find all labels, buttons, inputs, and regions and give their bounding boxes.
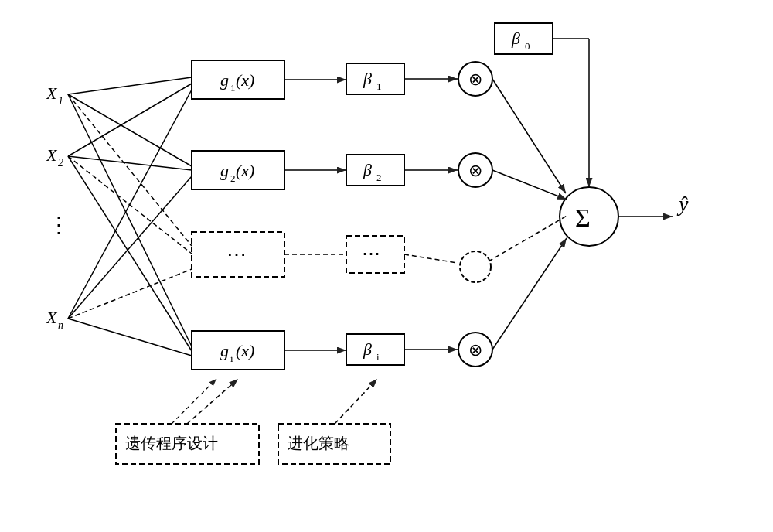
svg-text:2: 2	[376, 172, 382, 183]
g1-label: g	[220, 70, 229, 90]
multiply2-symbol: ⊗	[468, 161, 482, 180]
output-label: ŷ	[676, 192, 689, 216]
genetic-programming-label: 遗传程序设计	[125, 435, 218, 452]
evolution-strategy-label: 进化策略	[288, 435, 349, 452]
svg-text:1: 1	[58, 95, 63, 107]
beta0-label: β	[511, 29, 520, 48]
svg-text:n: n	[58, 319, 63, 331]
beta2-box	[346, 155, 404, 186]
beta1-box	[346, 63, 404, 94]
beta-dots-label: ⋯	[362, 244, 380, 264]
beta2-label: β	[363, 160, 372, 179]
beta0-box	[495, 23, 553, 54]
input-xn: X	[46, 308, 58, 327]
beta1-label: β	[363, 69, 372, 88]
input-dots: ⋮	[48, 213, 70, 237]
multiply-dots-node	[460, 251, 491, 282]
sum-symbol: Σ	[575, 203, 591, 232]
g-dots-label: ⋯	[226, 244, 247, 266]
betai-box	[346, 334, 404, 365]
input-x2: X	[46, 145, 58, 165]
input-x1: X	[46, 84, 58, 103]
gi-label: g	[220, 341, 229, 360]
g2-label: g	[220, 161, 229, 180]
svg-text:(x): (x)	[236, 161, 254, 180]
betai-label: β	[363, 339, 372, 359]
multiply1-symbol: ⊗	[468, 70, 482, 89]
svg-text:1: 1	[376, 80, 382, 92]
neural-network-diagram: X 1 X 2 ⋮ X n g	[0, 0, 773, 532]
svg-text:i: i	[230, 353, 233, 364]
svg-text:(x): (x)	[236, 70, 254, 90]
svg-text:i: i	[376, 351, 380, 363]
svg-text:1: 1	[230, 82, 236, 94]
multiplyi-symbol: ⊗	[468, 340, 482, 360]
svg-text:2: 2	[230, 172, 236, 184]
svg-text:0: 0	[525, 40, 530, 52]
svg-text:2: 2	[58, 157, 63, 169]
svg-text:(x): (x)	[236, 341, 254, 360]
